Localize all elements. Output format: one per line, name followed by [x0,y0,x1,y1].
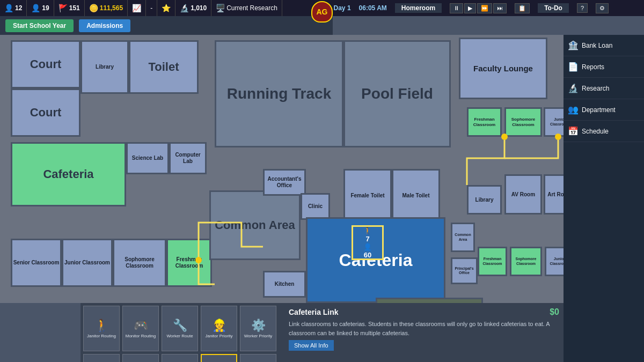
info-cost: $0 [550,307,559,317]
settings-btn[interactable]: ⚙ [596,3,609,13]
right-item-reports[interactable]: 📄 Reports [564,56,644,78]
graph-icon: 📈 [132,4,141,12]
current-research-display[interactable]: 🖥️ Current Research [211,0,282,16]
tool-worker-priority-eraser[interactable]: 🔄 Worker Priority Eraser [122,354,159,362]
research-icon: 🔬 [180,4,189,12]
room-library-left[interactable]: Library [80,40,129,94]
start-school-year-button[interactable]: Start School Year [5,19,74,32]
room-male-toilet[interactable]: Male Toilet [392,169,440,223]
tool-janitor-priority-eraser[interactable]: ✏️ Janitor Priority Eraser [83,354,120,362]
right-item-bank-loan[interactable]: 🏦 Bank Loan [564,35,644,56]
room-soph-class-right2[interactable]: Sophomore Classroom [510,247,542,276]
room-court2[interactable]: Court [11,88,80,137]
room-soph-class-right[interactable]: Sophomore Classroom [504,107,542,137]
room-faculty-lounge[interactable]: Faculty Lounge [459,38,547,99]
help-btn[interactable]: ? [577,3,588,13]
research-count: 🔬 1,010 [175,0,211,16]
tool-cafeteria-link[interactable]: 🍽️ Cafeteria Link [201,354,237,362]
court1-label: Court [30,57,62,71]
flag-count: 🚩 151 [54,0,85,16]
female-toilet-label: Female Toilet [350,193,384,199]
reports-label: Reports [582,63,604,71]
current-research-label: Current Research [226,4,277,12]
reports-icon: 📄 [568,62,579,72]
room-library-right[interactable]: Library [467,185,502,215]
show-all-info-button[interactable]: Show All Info [289,340,334,351]
right-item-schedule[interactable]: 📅 Schedule [564,121,644,142]
bank-loan-icon: 🏦 [568,40,579,50]
tool-worker-route[interactable]: 🔧 Worker Route [162,306,198,351]
todo-label[interactable]: To-Do [538,3,569,13]
room-fresh-class-right2[interactable]: Freshman Classroom [478,247,507,276]
list-btn[interactable]: 📋 [515,3,530,13]
room-kitchen[interactable]: Kitchen [263,271,306,298]
room-sophomore-classroom[interactable]: Sophomore Classroom [113,239,166,287]
tool-janitor-priority[interactable]: 👷 Janitor Priority [201,306,237,351]
soph-r-label: Sophomore Classroom [506,117,540,127]
fast-btn[interactable]: ⏩ [477,3,492,13]
tool-janitor-routing[interactable]: 🚶 Janitor Routing [83,306,120,351]
admissions-button[interactable]: Admissions [79,19,130,32]
student-icon2: 👤 [363,243,372,251]
room-junior-classroom[interactable]: Junior Classroom [62,239,113,287]
research-right-label: Research [582,85,609,92]
worker-priority-label: Worker Priority [244,334,273,339]
science-lab-label: Science Lab [132,155,163,161]
room-cafeteria-left[interactable]: Cafeteria [11,142,126,206]
school-logo: AG [311,1,333,23]
soph-r2-label: Sophomore Classroom [511,257,540,266]
bank-loan-label: Bank Loan [582,42,612,49]
tool-monitor-routing[interactable]: 🎮 Monitor Routing [122,306,159,351]
junior-class-label: Junior Classroom [64,260,110,266]
janitor-priority-icon: 👷 [212,319,226,333]
student-icon: 👤 [4,4,13,12]
student-count-top: 7 [365,235,369,243]
right-item-department[interactable]: 👥 Department [564,99,644,121]
court2-label: Court [30,106,62,120]
tool-kitchen-link[interactable]: 🔍 Kitchen Link [162,354,198,362]
info-title: Cafeteria Link [289,308,339,316]
info-description: Link classrooms to cafeterias. Students … [289,320,559,337]
student-group-icon[interactable]: 🚶 7 👤 60 [352,225,384,260]
faster-btn[interactable]: ⏭ [493,3,507,13]
room-freshman-classroom[interactable]: Freshman Classroom [166,239,212,287]
room-principal-office[interactable]: Principal's Office [451,257,478,284]
research-value: 1,010 [191,4,207,12]
room-court1[interactable]: Court [11,40,80,88]
room-clinic[interactable]: Clinic [301,193,330,220]
fresh-r2-label: Freshman Classroom [479,257,506,266]
room-science-lab[interactable]: Science Lab [126,142,169,174]
library-right-label: Library [475,197,494,203]
room-toilet-left[interactable]: Toilet [129,40,199,94]
path-line-2 [467,137,504,185]
monitor-routing-label: Monitor Routing [126,334,156,339]
room-art-room[interactable]: Art Room [544,174,564,215]
tool-worker-priority[interactable]: ⚙️ Worker Priority [240,306,276,351]
av-room-label: AV Room [511,191,535,198]
room-female-toilet[interactable]: Female Toilet [343,169,392,223]
room-av-room[interactable]: AV Room [504,174,542,215]
schedule-icon: 📅 [568,126,579,136]
room-common-area-mid[interactable]: Common Area [209,190,301,260]
separator: - [146,0,157,16]
tool-common-area-link[interactable]: 🔗 Common Area Link [240,354,276,362]
room-running-track[interactable]: Running Track [215,40,343,147]
room-jun-class-right2[interactable]: Junior Classroom [545,247,564,276]
student-count-bottom: 60 [364,251,371,259]
student-value: 12 [15,4,22,12]
pause-btn[interactable]: ⏸ [450,3,463,13]
right-item-research[interactable]: 🔬 Research [564,78,644,99]
walking-icon: 🚶 [363,227,372,235]
action-bar: Start School Year Admissions [0,16,333,35]
room-accountant[interactable]: Accountant's Office [263,169,306,196]
room-jun-class-right[interactable]: Junior Classroom [544,107,564,137]
play-btn[interactable]: ▶ [464,3,476,13]
room-computer-lab[interactable]: Computer Lab [169,142,207,174]
room-garbage[interactable]: Garbage [376,298,483,303]
room-pool[interactable]: Pool Field [343,40,451,147]
principal-label: Principal's Office [452,267,476,276]
room-fresh-class-right[interactable]: Freshman Classroom [467,107,502,137]
room-senior-classroom[interactable]: Senior Classroom [11,239,62,287]
room-common-area-right[interactable]: Common Area [451,223,475,252]
pool-label: Pool Field [361,85,433,103]
